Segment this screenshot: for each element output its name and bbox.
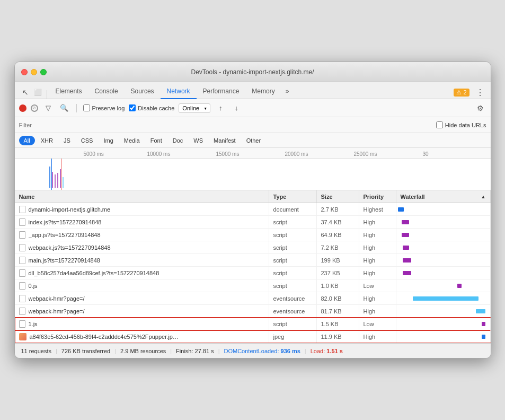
td-name-2: _app.js?ts=1572270914848 xyxy=(15,229,269,241)
waterfall-bar-8 xyxy=(476,309,485,313)
settings-button[interactable]: ⚙ xyxy=(475,102,486,114)
th-type[interactable]: Type xyxy=(269,190,317,203)
table-row[interactable]: dll_b58c257da4aa56d89cef.js?ts=157227091… xyxy=(15,267,491,279)
td-name-8: webpack-hmr?page=/ xyxy=(15,305,269,317)
td-priority-5: High xyxy=(359,267,396,279)
td-waterfall-10 xyxy=(396,330,491,343)
table-row[interactable]: main.js?ts=1572270914848script199 KBHigh xyxy=(15,254,491,267)
type-filter-js[interactable]: JS xyxy=(59,136,75,145)
th-waterfall[interactable]: Waterfall ▲ xyxy=(396,190,491,203)
window-title: DevTools - dynamic-import-nextjs.glitch.… xyxy=(191,68,314,76)
td-name-3: webpack.js?ts=1572270914848 xyxy=(15,241,269,253)
td-waterfall-2 xyxy=(396,229,491,241)
td-priority-7: High xyxy=(359,292,396,304)
tab-network[interactable]: Network xyxy=(161,84,197,99)
th-size[interactable]: Size xyxy=(317,190,359,203)
td-size-1: 37.4 KB xyxy=(317,216,359,228)
waterfall-bar-9 xyxy=(482,322,485,326)
pointer-tool-btn[interactable]: ↖ xyxy=(19,86,32,99)
table-row[interactable]: webpack-hmr?page=/eventsource82.0 KBHigh xyxy=(15,292,491,305)
status-bar: 11 requests | 726 KB transferred | 2.9 M… xyxy=(15,343,491,358)
toolbar-divider xyxy=(76,104,77,112)
record-button[interactable] xyxy=(19,104,26,112)
type-filter-doc[interactable]: Doc xyxy=(168,136,188,145)
type-filter-xhr[interactable]: XHR xyxy=(36,136,58,145)
hide-data-urls-checkbox[interactable] xyxy=(436,121,443,128)
type-filter-manifest[interactable]: Manifest xyxy=(209,136,241,145)
status-finish: Finish: 27.81 s xyxy=(176,348,214,354)
table-row[interactable]: 0.jsscript1.0 KBLow xyxy=(15,279,491,292)
table-row[interactable]: _app.js?ts=1572270914848script64.9 KBHig… xyxy=(15,229,491,241)
td-waterfall-9 xyxy=(396,318,491,330)
download-button[interactable]: ↓ xyxy=(231,102,242,114)
td-type-5: script xyxy=(269,267,317,279)
tab-console[interactable]: Console xyxy=(88,84,125,99)
type-filter-other[interactable]: Other xyxy=(242,136,266,145)
status-sep1: | xyxy=(56,348,57,354)
type-filter-css[interactable]: CSS xyxy=(76,136,98,145)
close-button[interactable] xyxy=(21,69,28,75)
type-filter-img[interactable]: Img xyxy=(99,136,118,145)
waterfall-bar-10 xyxy=(482,335,485,339)
td-type-0: document xyxy=(269,203,317,215)
network-toolbar: ⊘ ▽ 🔍 Preserve log Disable cache Online … xyxy=(15,99,491,117)
tab-performance[interactable]: Performance xyxy=(197,84,246,99)
td-priority-8: High xyxy=(359,305,396,317)
table-row[interactable]: a84f63e5-62cd-456b-89f4-c2adddc4e575%2Fp… xyxy=(15,330,491,343)
td-waterfall-7 xyxy=(396,292,491,304)
upload-button[interactable]: ↑ xyxy=(215,102,226,114)
td-type-6: script xyxy=(269,279,317,292)
type-filter-media[interactable]: Media xyxy=(119,136,145,145)
table-row[interactable]: dynamic-import-nextjs.glitch.medocument2… xyxy=(15,203,491,216)
maximize-button[interactable] xyxy=(40,69,47,75)
stop-button[interactable]: ⊘ xyxy=(31,104,38,112)
load-value: 1.51 s xyxy=(326,348,343,354)
table-row[interactable]: webpack.js?ts=1572270914848script7.2 KBH… xyxy=(15,241,491,254)
table-row[interactable]: index.js?ts=1572270914848script37.4 KBHi… xyxy=(15,216,491,229)
minimize-button[interactable] xyxy=(31,69,37,75)
waterfall-bar-0 xyxy=(398,207,404,212)
online-dropdown[interactable]: Online xyxy=(179,103,210,113)
alert-badge[interactable]: ⚠ 2 xyxy=(454,89,469,97)
file-icon xyxy=(19,231,25,239)
devtools-window: DevTools - dynamic-import-nextjs.glitch.… xyxy=(14,62,491,358)
hide-data-urls-text: Hide data URLs xyxy=(445,122,486,128)
search-button[interactable]: 🔍 xyxy=(58,102,70,114)
status-resources: 2.9 MB resources xyxy=(120,348,166,354)
td-priority-0: Highest xyxy=(359,203,396,215)
ruler-tick-25000: 25000 ms xyxy=(354,151,377,157)
devtools-menu-btn[interactable]: ⋮ xyxy=(474,86,486,99)
preserve-log-checkbox[interactable] xyxy=(83,104,90,111)
preserve-log-label[interactable]: Preserve log xyxy=(83,104,125,111)
tab-elements[interactable]: Elements xyxy=(49,84,88,99)
file-icon xyxy=(19,206,25,213)
table-row[interactable]: webpack-hmr?page=/eventsource81.7 KBHigh xyxy=(15,305,491,318)
file-name-0: dynamic-import-nextjs.glitch.me xyxy=(29,206,111,213)
file-name-4: main.js?ts=1572270914848 xyxy=(29,257,100,264)
file-name-9: 1.js xyxy=(29,321,38,327)
type-filter-all[interactable]: All xyxy=(19,136,35,145)
table-row[interactable]: 1.jsscript1.5 KBLow xyxy=(15,318,491,330)
waterfall-bar-5 xyxy=(403,271,411,275)
disable-cache-label[interactable]: Disable cache xyxy=(129,104,174,111)
hide-data-urls-label[interactable]: Hide data URLs xyxy=(436,121,486,128)
disable-cache-checkbox[interactable] xyxy=(129,104,136,111)
file-icon xyxy=(19,269,25,277)
td-priority-10: High xyxy=(359,330,396,343)
tab-sources[interactable]: Sources xyxy=(125,84,161,99)
th-priority[interactable]: Priority xyxy=(359,190,396,203)
td-priority-9: Low xyxy=(359,318,396,330)
dom-content-value: 936 ms xyxy=(281,348,300,354)
td-name-9: 1.js xyxy=(15,318,269,330)
device-tool-btn[interactable]: ⬜ xyxy=(32,86,45,99)
type-filter-font[interactable]: Font xyxy=(146,136,167,145)
filter-button[interactable]: ▽ xyxy=(42,102,54,114)
tab-memory[interactable]: Memory xyxy=(245,84,281,99)
filter-input[interactable] xyxy=(19,122,92,128)
tab-more[interactable]: » xyxy=(281,84,294,99)
sort-arrow-icon: ▲ xyxy=(481,194,486,199)
type-filter-ws[interactable]: WS xyxy=(189,136,208,145)
status-sep3: | xyxy=(170,348,172,354)
th-name[interactable]: Name xyxy=(15,190,269,203)
waterfall-bar-4 xyxy=(403,258,411,262)
